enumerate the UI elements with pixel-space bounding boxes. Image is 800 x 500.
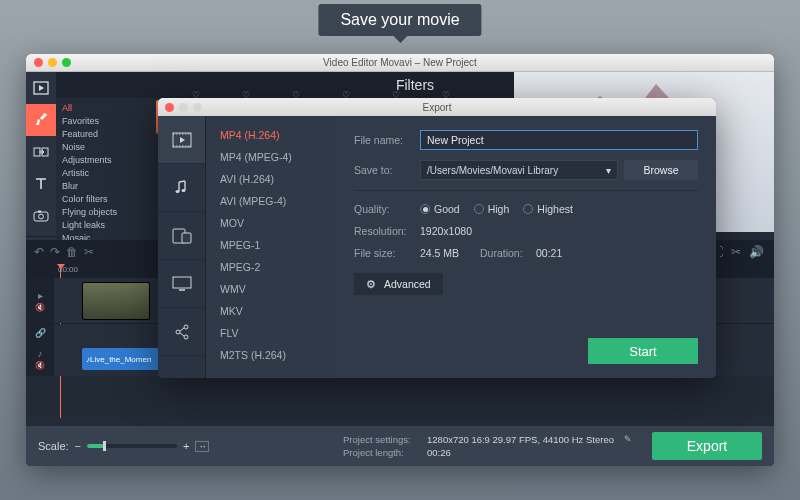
format-item[interactable]: AVI (H.264) <box>206 168 336 190</box>
project-settings-label: Project settings: <box>343 433 421 446</box>
capture-tool-button[interactable] <box>26 200 56 232</box>
file-name-input[interactable] <box>420 130 698 150</box>
format-item[interactable]: MPEG-1 <box>206 234 336 256</box>
resolution-label: Resolution: <box>354 225 420 237</box>
project-settings: Project settings: 1280x720 16:9 29.97 FP… <box>343 433 632 459</box>
start-button[interactable]: Start <box>588 338 698 364</box>
format-item[interactable]: M2TS (H.264) <box>206 344 336 366</box>
transitions-tool-button[interactable] <box>26 136 56 168</box>
scale-slider[interactable] <box>87 444 177 448</box>
svg-rect-7 <box>38 211 41 213</box>
file-name-label: File name: <box>354 134 420 146</box>
svg-point-15 <box>175 190 179 193</box>
category-item[interactable]: Color filters <box>62 193 140 206</box>
quality-radio-high[interactable]: High <box>474 203 510 215</box>
export-tab-share[interactable] <box>158 308 205 356</box>
format-item[interactable]: FLV <box>206 322 336 344</box>
export-tab-video[interactable] <box>158 116 205 164</box>
svg-rect-18 <box>182 233 191 243</box>
undo-button[interactable]: ↶ <box>34 245 44 259</box>
radio-icon <box>523 204 533 214</box>
export-dialog-titlebar: Export <box>158 98 716 116</box>
file-size-label: File size: <box>354 247 420 259</box>
mute-icon[interactable]: 🔇 <box>35 303 45 312</box>
quality-label: Quality: <box>354 203 420 215</box>
svg-point-20 <box>184 325 188 329</box>
titlebar: Video Editor Movavi – New Project <box>26 54 774 72</box>
duration-value: 00:21 <box>536 247 562 259</box>
export-button[interactable]: Export <box>652 432 762 460</box>
edit-settings-icon[interactable]: ✎ <box>624 433 632 446</box>
export-tab-devices[interactable] <box>158 212 205 260</box>
filters-tool-button[interactable] <box>26 104 56 136</box>
mute-icon[interactable]: 🔇 <box>35 361 45 370</box>
format-item[interactable]: MP4 (H.264) <box>206 124 336 146</box>
quality-radio-highest[interactable]: Highest <box>523 203 573 215</box>
svg-rect-5 <box>34 212 48 221</box>
quality-radios: Good High Highest <box>420 203 573 215</box>
category-item[interactable]: Adjustments <box>62 154 140 167</box>
format-item[interactable]: MPEG-2 <box>206 256 336 278</box>
audio-track-icon: ♪ <box>38 348 43 359</box>
link-icon: 🔗 <box>35 328 46 338</box>
export-dialog-title: Export <box>158 102 716 113</box>
export-dialog-body: MP4 (H.264) MP4 (MPEG-4) AVI (H.264) AVI… <box>158 116 716 378</box>
svg-point-6 <box>39 214 44 219</box>
category-item[interactable]: All <box>62 102 140 115</box>
category-item[interactable]: Flying objects <box>62 206 140 219</box>
svg-point-2 <box>43 113 44 114</box>
format-item[interactable]: MOV <box>206 212 336 234</box>
format-item[interactable]: MP4 (MPEG-4) <box>206 146 336 168</box>
format-list: MP4 (H.264) MP4 (MPEG-4) AVI (H.264) AVI… <box>206 116 336 378</box>
fit-button[interactable]: ↔ <box>195 441 209 452</box>
save-to-label: Save to: <box>354 164 420 176</box>
svg-point-16 <box>181 189 185 192</box>
project-length-label: Project length: <box>343 446 421 459</box>
media-tool-button[interactable] <box>26 72 56 104</box>
quality-radio-good[interactable]: Good <box>420 203 460 215</box>
zoom-out-button[interactable]: − <box>75 440 81 452</box>
radio-label: Highest <box>537 203 573 215</box>
cut-button[interactable]: ✂ <box>84 245 94 259</box>
chevron-down-icon: ▾ <box>606 165 611 176</box>
export-tab-tv[interactable] <box>158 260 205 308</box>
export-tab-audio[interactable] <box>158 164 205 212</box>
category-item[interactable]: Favorites <box>62 115 140 128</box>
category-item[interactable]: Blur <box>62 180 140 193</box>
scale-control: Scale: − + ↔ <box>38 440 209 452</box>
export-form: File name: Save to: /Users/Movies/Movavi… <box>336 116 716 378</box>
category-item[interactable]: Featured <box>62 128 140 141</box>
svg-point-1 <box>45 114 47 116</box>
link-track-head: 🔗 <box>26 324 54 342</box>
redo-button[interactable]: ↷ <box>50 245 60 259</box>
svg-rect-19 <box>173 277 191 288</box>
format-item[interactable]: AVI (MPEG-4) <box>206 190 336 212</box>
gear-icon: ⚙ <box>366 278 376 290</box>
titles-tool-button[interactable] <box>26 168 56 200</box>
hint-tooltip: Save your movie <box>318 4 481 36</box>
radio-label: High <box>488 203 510 215</box>
radio-icon <box>420 204 430 214</box>
scale-label: Scale: <box>38 440 69 452</box>
format-item[interactable]: MKV <box>206 300 336 322</box>
project-length-value: 00:26 <box>427 446 451 459</box>
status-bar: Scale: − + ↔ Project settings: 1280x720 … <box>26 426 774 466</box>
category-item[interactable]: Artistic <box>62 167 140 180</box>
format-item[interactable]: WMV <box>206 278 336 300</box>
zoom-in-button[interactable]: + <box>183 440 189 452</box>
radio-label: Good <box>434 203 460 215</box>
volume-icon[interactable]: 🔊 <box>749 245 764 259</box>
save-to-select[interactable]: /Users/Movies/Movavi Library ▾ <box>420 160 618 180</box>
video-clip[interactable] <box>82 282 150 320</box>
svg-point-21 <box>176 330 180 334</box>
split-icon[interactable]: ✂ <box>731 245 741 259</box>
duration-label: Duration: <box>480 247 536 259</box>
advanced-button[interactable]: ⚙ Advanced <box>354 273 443 295</box>
browse-button[interactable]: Browse <box>624 160 698 180</box>
delete-button[interactable]: 🗑 <box>66 245 78 259</box>
category-item[interactable]: Light leaks <box>62 219 140 232</box>
advanced-label: Advanced <box>384 278 431 290</box>
category-item[interactable]: Noise <box>62 141 140 154</box>
save-to-value: /Users/Movies/Movavi Library <box>427 165 558 176</box>
export-dialog: Export MP4 (H.264) MP4 (MPEG-4) AVI (H.2… <box>158 98 716 378</box>
